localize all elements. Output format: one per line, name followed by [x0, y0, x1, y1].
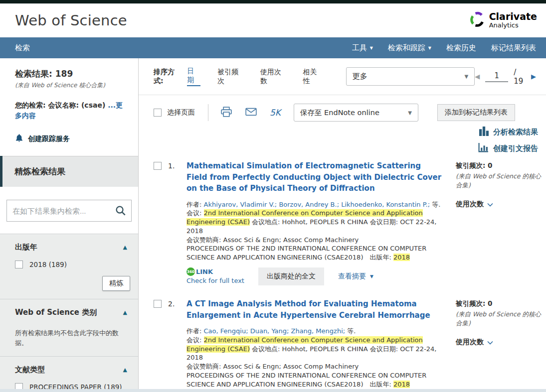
export-5k-link[interactable]: 5K [270, 108, 281, 118]
result-title-link[interactable]: A CT Image Analysis Method for Evaluatin… [186, 298, 442, 321]
create-citation-report-link[interactable]: 创建引文报告 [478, 143, 538, 154]
result-number: 1. [168, 162, 175, 285]
checkbox[interactable] [15, 261, 23, 268]
result-footer: 360LINK Check for full text 出版商处的全文 查看摘要… [186, 267, 442, 285]
result-actions: 分析检索结果 创建引文报告 [139, 127, 538, 154]
author-links[interactable]: Akhiyarov, Vladimir V.; Borzov, Andrey B… [204, 201, 430, 208]
caret-down-icon: ▼ [370, 274, 373, 279]
brand-top-strip [0, 0, 546, 3]
results-main: 排序方式: 日期 被引频次 使用次数 相关性 更多 ▼ ◀ / 19 ▶ [139, 58, 546, 392]
nav-search[interactable]: 检索 [15, 43, 30, 53]
create-alert-link[interactable]: 创建跟踪服务 [15, 133, 125, 144]
sort-by-relevance[interactable]: 相关性 [303, 68, 323, 86]
clarivate-wordmark: Clarivate Analytics [489, 12, 537, 29]
select-page-control: 选择页面 [154, 108, 195, 117]
sort-by-times-cited[interactable]: 被引频次 [217, 68, 244, 86]
sort-more-dropdown[interactable]: 更多 ▼ [346, 67, 475, 86]
publisher-full-text-button[interactable]: 出版商处的全文 [258, 267, 324, 285]
result-item-1: 1. Mathematical Simulation of Electromag… [154, 160, 539, 285]
bottom-strip [0, 389, 546, 392]
printer-icon[interactable] [220, 107, 232, 119]
header: Web of Science Clarivate Analytics [0, 3, 546, 37]
times-cited-label: 被引频次: [456, 299, 485, 307]
sort-bar: 排序方式: 日期 被引频次 使用次数 相关性 更多 ▼ ◀ / 19 ▶ [139, 58, 546, 95]
caret-down-icon: ▼ [370, 46, 373, 50]
pub-year-highlighted: 2018 [393, 254, 410, 261]
caret-down-icon: ▼ [428, 46, 431, 50]
save-to-endnote-dropdown[interactable]: 保存至 EndNote online ▼ [294, 104, 418, 122]
web-of-science-page: Web of Science Clarivate Analytics 检索 工具… [0, 0, 546, 392]
facet-title: Web of Science 类别 [15, 308, 97, 317]
clarivate-logo: Clarivate Analytics [469, 11, 537, 29]
result-meta: 作者: Cao, Fengqiu; Duan, Yang; Zhang, Men… [186, 327, 442, 389]
collapse-arrow-icon[interactable]: ▲ [123, 367, 131, 373]
times-cited-source: (来自 Web of Science 的核心合集) [456, 310, 542, 327]
360link-full-text[interactable]: 360LINK Check for full text [186, 267, 244, 284]
result-checkbox[interactable] [154, 162, 162, 170]
app-title: Web of Science [15, 12, 127, 29]
next-page-icon[interactable]: ▶ [531, 73, 536, 80]
sponsor-label: 会议赞助商: [186, 363, 221, 370]
times-cited-value: 0 [488, 161, 492, 169]
usage-count-link[interactable]: 使用次数 [456, 200, 542, 209]
main-navbar: 检索 工具▼ 检索和跟踪▼ 检索历史 标记结果列表 [0, 37, 546, 58]
search-icon[interactable] [115, 205, 126, 218]
facet-wos-categories: Web of Science 类别 ▲ 所有检索结果均不包含此字段中的数据。 [0, 299, 138, 356]
add-to-marked-list-button[interactable]: 添加到标记结果列表 [437, 104, 515, 121]
conference-label: 会议: [186, 209, 201, 217]
times-cited-value: 0 [488, 299, 492, 307]
nav-marked-list[interactable]: 标记结果列表 [491, 43, 536, 53]
chevron-down-icon [487, 338, 493, 346]
bell-icon [15, 133, 23, 144]
nav-tools[interactable]: 工具▼ [352, 43, 373, 53]
sponsor-value: Assoc Sci & Engn; Assoc Comp Machinery [223, 363, 359, 370]
sponsor-value: Assoc Sci & Engn; Assoc Comp Machinery [223, 236, 359, 244]
result-item-2: 2. A CT Image Analysis Method for Evalua… [154, 298, 539, 392]
analyze-results-link[interactable]: 分析检索结果 [479, 127, 538, 138]
results-count: 检索结果: 189 [15, 68, 125, 80]
etal-label: 等. [347, 327, 356, 335]
content: 检索结果: 189 (来自 Web of Science 核心合集) 您的检索:… [0, 58, 546, 392]
facet-publication-year: 出版年 ▲ 2018 (189) 精炼 [0, 234, 138, 299]
toolbar-divider [208, 104, 208, 121]
facet-option-2018: 2018 (189) [15, 261, 131, 268]
nav-right-group: 工具▼ 检索和跟踪▼ 检索历史 标记结果列表 [352, 43, 536, 53]
refine-button[interactable]: 精炼 [102, 276, 130, 291]
authors-label: 作者: [186, 327, 201, 335]
refine-results-heading: 精炼检索结果 [0, 156, 138, 187]
prev-page-icon[interactable]: ◀ [475, 73, 480, 80]
sort-label: 排序方式: [154, 68, 183, 86]
pub-year-label: 出版年: [369, 254, 391, 261]
result-citation-column: 被引频次: 0 (来自 Web of Science 的核心合集) 使用次数 [442, 160, 542, 285]
citation-chart-icon [478, 143, 489, 154]
collapse-arrow-icon[interactable]: ▲ [123, 309, 131, 316]
view-abstract-link[interactable]: 查看摘要▼ [338, 272, 373, 281]
envelope-icon[interactable] [245, 108, 257, 118]
caret-down-icon: ▼ [464, 74, 468, 79]
sort-by-usage[interactable]: 使用次数 [260, 68, 287, 86]
results-toolbar: 选择页面 [154, 104, 539, 122]
select-page-checkbox[interactable] [154, 109, 162, 117]
sort-by-date[interactable]: 日期 [187, 67, 200, 86]
results-list: 1. Mathematical Simulation of Electromag… [154, 160, 539, 392]
result-meta: 作者: Akhiyarov, Vladimir V.; Borzov, Andr… [186, 200, 442, 262]
authors-label: 作者: [186, 201, 201, 208]
facet-title: 文献类型 [15, 365, 45, 375]
page-number-input[interactable] [485, 71, 508, 82]
collapse-arrow-icon[interactable]: ▲ [123, 244, 131, 251]
result-citation-column: 被引频次: 0 (来自 Web of Science 的核心合集) 使用次数 [442, 298, 542, 392]
usage-count-link[interactable]: 使用次数 [456, 338, 542, 347]
etal-label: 等. [432, 201, 440, 208]
pagination: ◀ / 19 ▶ [475, 68, 539, 86]
result-checkbox[interactable] [154, 300, 162, 308]
facet-title: 出版年 [15, 243, 37, 252]
times-cited-label: 被引频次: [456, 161, 485, 169]
caret-down-icon: ▼ [408, 110, 412, 116]
sponsor-label: 会议赞助商: [186, 236, 221, 244]
page-total: / 19 [514, 68, 526, 86]
result-title-link[interactable]: Mathematical Simulation of Electromagnet… [186, 160, 442, 194]
refine-search-input[interactable] [6, 200, 132, 222]
author-links[interactable]: Cao, Fengqiu; Duan, Yang; Zhang, Mengzhi… [204, 327, 346, 335]
nav-search-history[interactable]: 检索历史 [446, 43, 476, 53]
nav-search-and-alerts[interactable]: 检索和跟踪▼ [388, 43, 431, 53]
